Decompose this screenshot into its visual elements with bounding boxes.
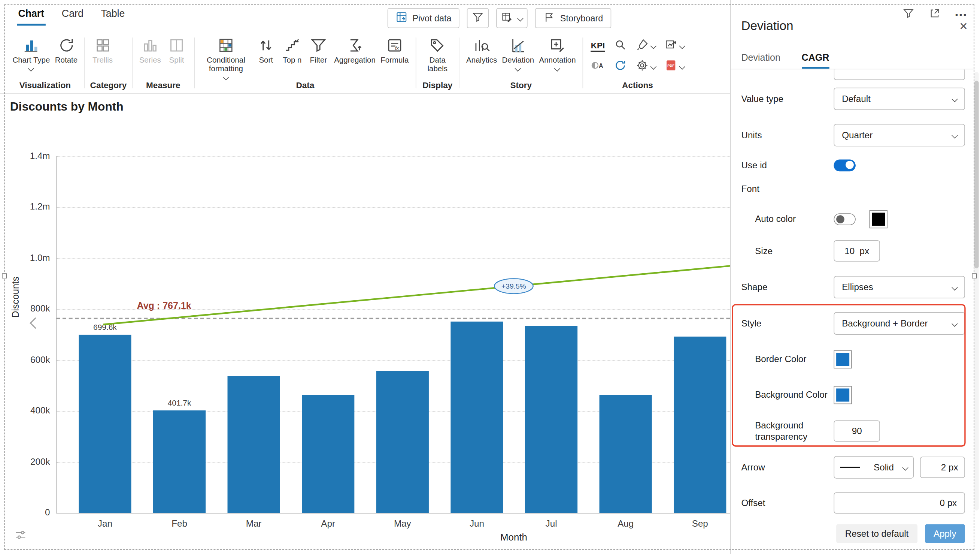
panel-tabs: Deviation CAGR xyxy=(741,52,829,69)
reset-to-default-button[interactable]: Reset to default xyxy=(836,524,917,543)
style-dropdown[interactable]: Background + Border xyxy=(834,312,965,335)
tab-table[interactable]: Table xyxy=(100,6,126,26)
apply-button[interactable]: Apply xyxy=(925,524,965,543)
format-painter-icon xyxy=(635,38,649,54)
kpi-button[interactable]: KPI xyxy=(591,40,605,52)
app-window: Chart Card Table Pivot data Stor xyxy=(0,0,980,554)
bar-apr[interactable] xyxy=(302,395,354,513)
bar-may[interactable] xyxy=(376,371,429,513)
resize-handle-right[interactable] xyxy=(972,273,977,278)
settings-button[interactable] xyxy=(635,59,655,75)
sort-button[interactable]: Sort xyxy=(253,35,278,64)
clipped-control[interactable] xyxy=(834,69,965,80)
pivot-data-button[interactable]: Pivot data xyxy=(388,8,460,28)
style-label: Style xyxy=(741,318,834,329)
border-color-label: Border Color xyxy=(741,353,834,365)
chevron-down-icon xyxy=(28,65,35,72)
half-circle-a-icon: A xyxy=(591,59,604,75)
background-color-swatch[interactable] xyxy=(834,386,851,404)
tab-deviation[interactable]: Deviation xyxy=(741,52,780,69)
chart-type-button[interactable]: Chart Type xyxy=(11,35,52,71)
conditional-formatting-button[interactable]: Conditional formatting xyxy=(200,35,252,80)
panel-scrollbar[interactable] xyxy=(974,72,979,511)
arrow-label: Arrow xyxy=(741,462,834,473)
group-label-measure: Measure xyxy=(137,80,189,93)
bar-mar[interactable] xyxy=(228,376,280,513)
gridline xyxy=(56,156,730,157)
filter-data-button[interactable] xyxy=(467,8,489,28)
offset-input[interactable]: 0 px xyxy=(834,493,965,514)
font-size-label: Size xyxy=(741,245,834,256)
top-n-button[interactable]: Top n xyxy=(280,35,305,64)
bar-jun[interactable] xyxy=(450,322,503,513)
bar-value-label: 699.6k xyxy=(79,323,131,331)
background-transparency-input[interactable]: 90 xyxy=(834,421,880,442)
bar-aug[interactable] xyxy=(600,395,652,513)
shape-dropdown[interactable]: Ellipses xyxy=(834,276,965,299)
trellis-button[interactable]: Trellis xyxy=(90,35,115,64)
y-tick-label: 800k xyxy=(0,303,50,314)
x-tick-label: Feb xyxy=(153,519,205,529)
bar-feb[interactable] xyxy=(153,411,205,513)
annotation-icon xyxy=(549,37,566,54)
series-button[interactable]: Series xyxy=(137,35,163,64)
ribbon-group-actions: KPI A xyxy=(584,33,691,93)
deviation-button[interactable]: Deviation xyxy=(500,35,536,71)
auto-color-toggle[interactable] xyxy=(834,213,855,225)
arrow-width-input[interactable]: 2 px xyxy=(920,457,965,478)
tab-cagr[interactable]: CAGR xyxy=(802,52,829,69)
divider xyxy=(416,37,417,88)
formula-button[interactable]: fx Formula xyxy=(379,35,410,64)
units-dropdown[interactable]: Quarter xyxy=(834,124,965,146)
y-tick-label: 1.4m xyxy=(0,151,50,161)
use-id-label: Use id xyxy=(741,159,834,171)
refresh-button[interactable] xyxy=(614,59,627,75)
resize-handle-left[interactable] xyxy=(2,273,7,278)
svg-text:PDF: PDF xyxy=(667,64,675,67)
bar-jan[interactable] xyxy=(79,335,131,513)
settings-panel: ••• Deviation × Deviation CAGR Value typ… xyxy=(730,0,980,554)
edit-table-button[interactable] xyxy=(496,8,528,28)
scrollbar-thumb[interactable] xyxy=(974,81,979,268)
chart-settings-icon[interactable] xyxy=(14,528,28,544)
funnel-icon xyxy=(472,11,484,25)
annotation-button[interactable]: Annotation xyxy=(537,35,578,71)
analytics-button[interactable]: Analytics xyxy=(465,35,499,64)
arrow-style-dropdown[interactable]: Solid xyxy=(834,456,914,479)
auto-label-button[interactable]: A xyxy=(591,59,604,75)
split-button[interactable]: Split xyxy=(164,35,189,64)
top-bar: Chart Card Table Pivot data Stor xyxy=(0,0,730,33)
group-label-data: Data xyxy=(200,80,410,93)
chevron-down-icon xyxy=(517,15,524,21)
line-sample xyxy=(840,467,860,468)
format-painter-button[interactable] xyxy=(635,38,655,54)
tab-card[interactable]: Card xyxy=(60,6,85,26)
data-labels-button[interactable]: Data labels xyxy=(421,35,454,73)
tab-chart[interactable]: Chart xyxy=(17,6,45,26)
export-pdf-button[interactable]: PDF xyxy=(664,59,684,75)
bar-sep[interactable] xyxy=(674,337,726,513)
rotate-button[interactable]: Rotate xyxy=(53,35,80,64)
y-tick-label: 400k xyxy=(0,406,50,416)
search-button[interactable] xyxy=(614,38,627,54)
group-label-display: Display xyxy=(421,80,454,93)
use-id-toggle[interactable] xyxy=(834,159,855,171)
x-tick-label: Jan xyxy=(79,519,131,529)
trend-badge[interactable] xyxy=(494,278,533,294)
close-icon[interactable]: × xyxy=(959,20,967,32)
storyboard-button[interactable]: Storyboard xyxy=(535,8,611,28)
font-color-swatch[interactable] xyxy=(870,210,888,228)
aggregation-button[interactable]: Aggregation xyxy=(332,35,377,64)
font-size-input[interactable]: 10 px xyxy=(834,240,880,262)
x-tick-label: Aug xyxy=(600,519,652,529)
bar-jul[interactable] xyxy=(525,326,578,513)
bar-value-label: 401.7k xyxy=(153,399,205,407)
value-type-dropdown[interactable]: Default xyxy=(834,88,965,110)
export-chart-button[interactable] xyxy=(664,38,684,54)
chart-canvas[interactable]: Discounts by Month Discounts 0200k400k60… xyxy=(0,94,730,554)
border-color-swatch[interactable] xyxy=(834,350,851,368)
chevron-down-icon xyxy=(951,284,958,291)
shape-label: Shape xyxy=(741,281,834,293)
more-options-icon[interactable]: ••• xyxy=(955,12,968,18)
filter-button[interactable]: Filter xyxy=(306,35,331,64)
